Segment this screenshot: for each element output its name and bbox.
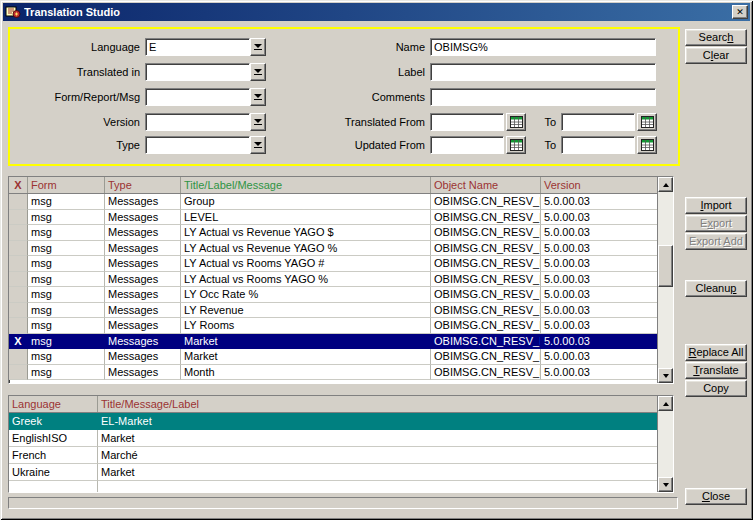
translated-from-input[interactable] [430,113,504,131]
cell-object-name: OBIMSG.CN_RESV_PACE [431,256,541,272]
results-scrollbar[interactable] [657,177,673,383]
cell-version: 5.0.00.03 [541,318,658,334]
comments-input[interactable] [430,88,656,106]
cell-form: msg [28,303,105,319]
cell-x [9,256,28,272]
translated-from-label: Translated From [270,113,425,131]
cell-version: 5.0.00.03 [541,210,658,226]
cell-object-name: OBIMSG.CN_RESV_PACE [431,318,541,334]
results-table-body: msgMessagesGroupOBIMSG.CN_RESV_PACE5.0.0… [9,194,658,380]
updated-from-input[interactable] [430,136,504,154]
cell-language: Greek [9,413,98,430]
form-report-msg-lov-button[interactable] [250,88,266,106]
dropdown-icon [254,44,262,48]
table-row[interactable]: msgMessagesLY Actual vs Rooms YAGO %OBIM… [9,272,658,288]
scroll-down-button[interactable] [658,368,673,383]
column-header-type: Type [105,177,181,193]
cell-form: msg [28,210,105,226]
calendar-icon [510,139,523,151]
cell-object-name: OBIMSG.CN_RESV_PACE [431,349,541,365]
cell-x [9,349,28,365]
translated-in-lov-button[interactable] [250,63,266,81]
table-row[interactable]: msgMessagesLY Actual vs Revenue YAGO $OB… [9,225,658,241]
cell-x [9,225,28,241]
close-button-main[interactable]: Close [685,488,747,505]
table-row[interactable]: msgMessagesLY Occ Rate %OBIMSG.CN_RESV_P… [9,287,658,303]
cell-language: Ukraine [9,464,98,481]
updated-to-input[interactable] [561,136,635,154]
cell-type: Messages [105,272,181,288]
updated-to-calendar-button[interactable] [637,136,657,154]
label-input[interactable] [430,63,656,81]
table-row[interactable]: msgMessagesGroupOBIMSG.CN_RESV_PACE5.0.0… [9,194,658,210]
cell-title: LY Occ Rate % [181,287,431,303]
search-button[interactable]: Search [685,29,747,46]
cell-form: msg [28,334,105,350]
dropdown-icon [254,69,262,73]
translations-scrollbar[interactable] [657,396,673,492]
replace-all-button[interactable]: Replace All [685,344,747,361]
form-report-msg-input[interactable] [145,88,250,106]
clear-button[interactable]: Clear [685,47,747,64]
cleanup-button[interactable]: Cleanup [685,280,747,297]
table-row[interactable]: msgMessagesLEVELOBIMSG.CN_RESV_PACE5.0.0… [9,210,658,226]
scrollbar-thumb[interactable] [658,245,673,287]
list-item[interactable]: FrenchMarché [9,447,658,464]
cell-form: msg [28,272,105,288]
list-item[interactable]: GreekEL-Market [9,413,658,430]
list-item[interactable] [9,481,658,493]
dropdown-icon [254,94,262,98]
table-row[interactable]: XmsgMessagesMarketOBIMSG.CN_RESV_PACE5.0… [9,334,658,350]
version-lov-button[interactable] [250,113,266,131]
list-item[interactable]: UkraineMarket [9,464,658,481]
updated-from-label: Updated From [270,136,425,154]
close-button[interactable]: ✕ [732,5,748,19]
titlebar[interactable]: Translation Studio ✕ [3,3,750,21]
translated-to-calendar-button[interactable] [637,113,657,131]
cell-type: Messages [105,256,181,272]
copy-button[interactable]: Copy [685,380,747,397]
name-input[interactable] [430,38,656,56]
column-header-form: Form [28,177,105,193]
cell-title: LY Revenue [181,303,431,319]
type-lov-button[interactable] [250,136,266,154]
updated-from-calendar-button[interactable] [506,136,526,154]
cell-type: Messages [105,210,181,226]
cell-type: Messages [105,303,181,319]
table-row[interactable]: msgMessagesMarketOBIMSG.CN_RESV_PACE5.0.… [9,349,658,365]
translate-button[interactable]: Translate [685,362,747,379]
cell-title: LY Actual vs Rooms YAGO # [181,256,431,272]
language-input[interactable] [145,38,250,56]
cell-type: Messages [105,334,181,350]
cell-object-name: OBIMSG.CN_RESV_PACE [431,334,541,350]
language-lov-button[interactable] [250,38,266,56]
cell-title-message-label [98,481,658,493]
window-title: Translation Studio [24,6,732,18]
cell-form: msg [28,225,105,241]
cell-object-name: OBIMSG.CN_RESV_PACE [431,225,541,241]
cell-x [9,210,28,226]
cell-type: Messages [105,241,181,257]
updated-to-label: To [530,136,556,154]
table-row[interactable]: msgMessagesLY RevenueOBIMSG.CN_RESV_PACE… [9,303,658,319]
list-item[interactable]: EnglishISOMarket [9,430,658,447]
scroll-up-button[interactable] [658,177,673,192]
table-row[interactable]: msgMessagesLY Actual vs Revenue YAGO %OB… [9,241,658,257]
cell-version: 5.0.00.03 [541,194,658,210]
version-input[interactable] [145,113,250,131]
table-row[interactable]: msgMessagesLY Actual vs Rooms YAGO #OBIM… [9,256,658,272]
cell-object-name: OBIMSG.CN_RESV_PACE [431,365,541,381]
cell-x [9,365,28,381]
scroll-up-button[interactable] [658,396,673,411]
scroll-down-button[interactable] [658,477,673,492]
translated-in-input[interactable] [145,63,250,81]
type-input[interactable] [145,136,250,154]
translated-to-input[interactable] [561,113,635,131]
translated-from-calendar-button[interactable] [506,113,526,131]
table-row[interactable]: msgMessagesMonthOBIMSG.CN_RESV_PACE5.0.0… [9,365,658,381]
translations-table: Language Title/Message/Label GreekEL-Mar… [8,395,674,493]
results-table: X Form Type Title/Label/Message Object N… [8,176,674,384]
import-button[interactable]: Import [685,197,747,214]
dropdown-icon [254,142,262,146]
table-row[interactable]: msgMessagesLY RoomsOBIMSG.CN_RESV_PACE5.… [9,318,658,334]
